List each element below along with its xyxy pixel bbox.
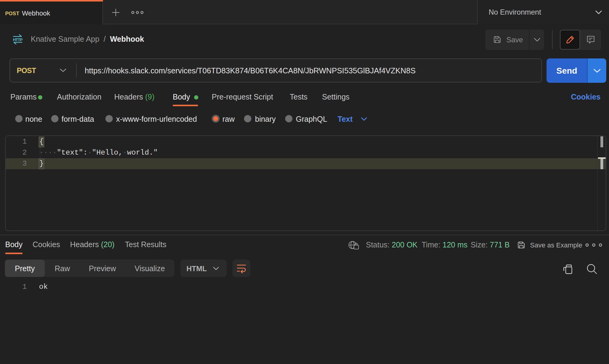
svg-text:HTTP: HTTP [13,37,23,42]
